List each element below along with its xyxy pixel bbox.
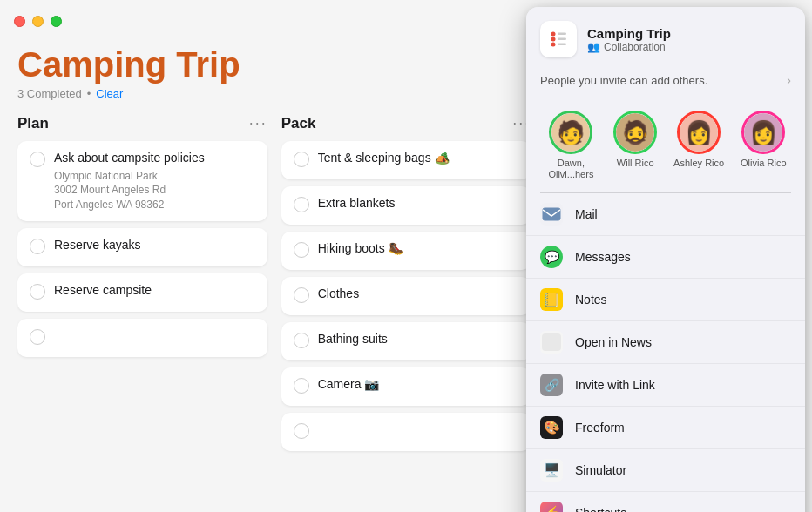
invite-link-icon: 🔗 bbox=[540, 374, 563, 396]
shortcuts-icon: ⚡ bbox=[540, 502, 563, 512]
svg-point-8 bbox=[551, 37, 556, 42]
avatar-image: 🧔 bbox=[616, 113, 654, 152]
news-icon: 🗞️ bbox=[540, 331, 563, 354]
menu-item-simulator-label: Simulator bbox=[575, 463, 626, 477]
svg-point-9 bbox=[551, 43, 556, 47]
fullscreen-button[interactable] bbox=[51, 16, 62, 27]
menu-item-shortcuts[interactable]: ⚡ Shortcuts bbox=[526, 492, 805, 512]
menu-item-news[interactable]: 🗞️ Open in News bbox=[526, 321, 805, 364]
item-checkbox[interactable] bbox=[294, 242, 309, 258]
item-checkbox[interactable] bbox=[294, 423, 309, 439]
avatar-olivia[interactable]: 👩 Olivia Rico bbox=[741, 111, 787, 180]
popup-list-name: Camping Trip bbox=[587, 26, 671, 41]
column-pack-title: Pack bbox=[281, 115, 316, 132]
menu-item-simulator[interactable]: 🖥️ Simulator bbox=[526, 449, 805, 492]
messages-icon: 💬 bbox=[540, 246, 563, 268]
menu-item-mail[interactable]: Mail bbox=[526, 193, 805, 236]
column-plan: Plan ··· Ask about campsite policies Oly… bbox=[17, 114, 267, 364]
list-item[interactable]: Reserve campsite bbox=[17, 273, 267, 312]
item-subtext: Olympic National Park3002 Mount Angeles … bbox=[54, 169, 205, 212]
list-item[interactable]: Ask about campsite policies Olympic Nati… bbox=[17, 141, 267, 221]
item-checkbox[interactable] bbox=[294, 197, 309, 212]
avatar-ashley[interactable]: 👩 Ashley Rico bbox=[673, 111, 724, 180]
freeform-icon: 🎨 bbox=[540, 416, 563, 439]
menu-item-mail-label: Mail bbox=[575, 207, 598, 221]
menu-item-freeform[interactable]: 🎨 Freeform bbox=[526, 407, 805, 449]
close-button[interactable] bbox=[14, 16, 25, 27]
column-plan-more[interactable]: ··· bbox=[249, 114, 267, 132]
item-checkbox[interactable] bbox=[30, 329, 45, 345]
popup-menu: Mail 💬 Messages 📒 Notes 🗞️ Open in News bbox=[526, 193, 805, 512]
collaboration-icon: 👥 bbox=[587, 41, 600, 53]
item-text: Reserve campsite bbox=[54, 282, 152, 300]
avatar-image: 👩 bbox=[744, 113, 782, 152]
clear-button[interactable]: Clear bbox=[96, 87, 123, 100]
popup-title-row: Camping Trip 👥 Collaboration bbox=[540, 21, 791, 57]
svg-rect-12 bbox=[558, 44, 566, 46]
avatar-label: Will Rico bbox=[617, 158, 654, 169]
svg-rect-14 bbox=[542, 333, 561, 351]
popup-avatars-row: 🧑 Dawn, Olivi...hers 🧔 Will Rico 👩 Ashle… bbox=[540, 98, 791, 193]
list-item[interactable]: Reserve kayaks bbox=[17, 228, 267, 266]
list-item-empty[interactable] bbox=[17, 319, 267, 357]
item-checkbox[interactable] bbox=[30, 152, 45, 167]
column-plan-title: Plan bbox=[17, 115, 49, 132]
column-pack: Pack ··· Tent & sleeping bags 🏕️ Extra b… bbox=[281, 114, 531, 458]
list-item[interactable]: Clothes bbox=[281, 277, 531, 315]
column-pack-header: Pack ··· bbox=[281, 114, 531, 132]
item-text: Camera 📷 bbox=[318, 376, 380, 394]
avatar-label: Ashley Rico bbox=[673, 158, 724, 169]
popup-invite-row[interactable]: People you invite can add others. › bbox=[540, 66, 791, 98]
menu-item-freeform-label: Freeform bbox=[575, 421, 625, 435]
avatar-circle: 👩 bbox=[677, 111, 721, 154]
item-checkbox[interactable] bbox=[30, 284, 45, 300]
avatar-circle: 👩 bbox=[741, 111, 785, 154]
minimize-button[interactable] bbox=[32, 16, 44, 27]
simulator-icon: 🖥️ bbox=[540, 459, 563, 482]
list-item[interactable]: Tent & sleeping bags 🏕️ bbox=[281, 141, 531, 179]
svg-rect-11 bbox=[558, 38, 566, 41]
avatar-will[interactable]: 🧔 Will Rico bbox=[613, 111, 657, 180]
item-text: Reserve kayaks bbox=[54, 237, 141, 254]
list-item[interactable]: Extra blankets bbox=[281, 186, 531, 225]
item-checkbox[interactable] bbox=[294, 333, 309, 348]
list-item-empty[interactable] bbox=[281, 413, 531, 451]
menu-item-notes-label: Notes bbox=[575, 293, 607, 307]
column-plan-header: Plan ··· bbox=[17, 114, 267, 132]
share-popup: Camping Trip 👥 Collaboration People you … bbox=[526, 7, 805, 512]
item-text: Hiking boots 🥾 bbox=[318, 240, 403, 258]
avatar-dawn[interactable]: 🧑 Dawn, Olivi...hers bbox=[545, 111, 597, 180]
item-checkbox[interactable] bbox=[30, 239, 45, 254]
popup-title-text: Camping Trip 👥 Collaboration bbox=[587, 26, 671, 53]
item-text: Bathing suits bbox=[318, 331, 388, 348]
item-checkbox[interactable] bbox=[294, 378, 309, 394]
dot-separator: • bbox=[87, 87, 91, 100]
traffic-lights bbox=[14, 16, 62, 27]
avatar-circle: 🧔 bbox=[613, 111, 657, 154]
avatar-image: 🧑 bbox=[551, 113, 590, 152]
avatar-image: 👩 bbox=[680, 113, 718, 152]
menu-item-messages[interactable]: 💬 Messages bbox=[526, 236, 805, 279]
svg-rect-10 bbox=[558, 33, 566, 36]
avatar-label: Dawn, Olivi...hers bbox=[545, 158, 597, 180]
avatar-circle: 🧑 bbox=[549, 111, 592, 154]
menu-item-invite-link[interactable]: 🔗 Invite with Link bbox=[526, 364, 805, 407]
menu-item-invite-link-label: Invite with Link bbox=[575, 378, 655, 392]
list-item[interactable]: Camera 📷 bbox=[281, 367, 531, 406]
svg-point-7 bbox=[551, 32, 556, 37]
item-checkbox[interactable] bbox=[294, 287, 309, 303]
item-text: Clothes bbox=[318, 286, 359, 303]
item-checkbox[interactable] bbox=[294, 152, 309, 167]
svg-rect-13 bbox=[543, 208, 560, 220]
item-text: Extra blankets bbox=[318, 195, 396, 212]
popup-header: Camping Trip 👥 Collaboration People you … bbox=[526, 7, 805, 193]
menu-item-messages-label: Messages bbox=[575, 250, 631, 264]
mail-icon bbox=[540, 203, 563, 226]
item-text: Tent & sleeping bags 🏕️ bbox=[318, 150, 450, 167]
menu-item-news-label: Open in News bbox=[575, 335, 652, 349]
list-item[interactable]: Bathing suits bbox=[281, 322, 531, 360]
invite-text: People you invite can add others. bbox=[540, 74, 707, 87]
menu-item-notes[interactable]: 📒 Notes bbox=[526, 279, 805, 321]
avatar-label: Olivia Rico bbox=[741, 158, 787, 169]
list-item[interactable]: Hiking boots 🥾 bbox=[281, 232, 531, 270]
